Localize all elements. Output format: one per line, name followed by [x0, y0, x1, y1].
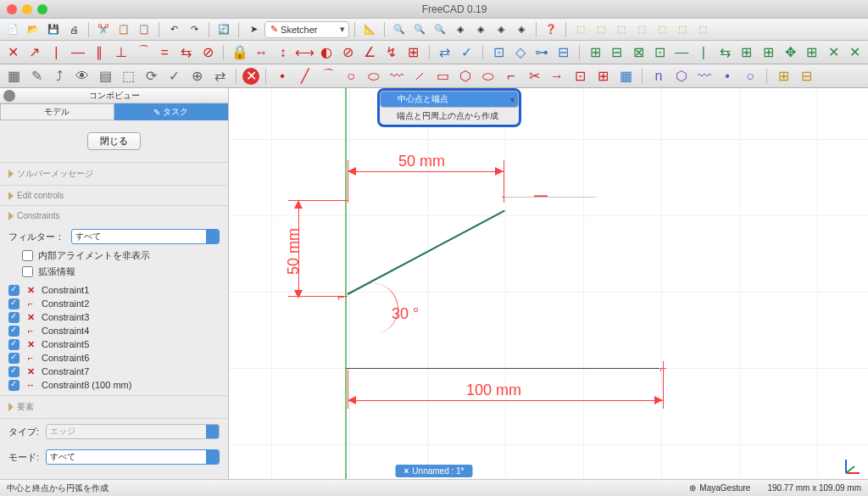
angle-constraint-icon[interactable]: ∠: [360, 42, 380, 63]
sketch-canvas[interactable]: ⌐ — 50 mm 50 mm ⌐ 100 mm 30 ° 中心点と端: [229, 88, 868, 496]
sel-associated-icon[interactable]: ⊡: [651, 42, 670, 63]
section-elements[interactable]: 要素: [0, 395, 228, 418]
mirror-sketch-icon[interactable]: ⇄: [209, 66, 230, 86]
constraint-row[interactable]: ✕Constraint1: [8, 283, 223, 297]
sel-elements-icon[interactable]: ⊞: [586, 42, 605, 63]
arc-endpoints-rim-option[interactable]: 端点と円周上の点から作成: [380, 108, 519, 125]
point-tool-icon[interactable]: •: [272, 66, 292, 86]
cube-front-icon[interactable]: ⬚: [592, 21, 610, 38]
reorient-icon[interactable]: ⟳: [141, 66, 161, 86]
cube-right-icon[interactable]: ⬚: [632, 21, 651, 38]
close-tab-icon[interactable]: ×: [404, 466, 409, 476]
view-front-icon[interactable]: ◈: [471, 21, 490, 38]
extend-tool-icon[interactable]: →: [547, 66, 567, 86]
cube-iso-icon[interactable]: ⬚: [571, 21, 590, 38]
maximize-window-icon[interactable]: [37, 4, 47, 14]
cube-back-icon[interactable]: ⬚: [653, 21, 671, 38]
rectangle-tool-icon[interactable]: ▭: [432, 66, 453, 86]
redo-icon[interactable]: ↷: [185, 21, 203, 38]
bsp-polygon-icon[interactable]: ⬡: [671, 66, 692, 86]
open-file-icon[interactable]: 📂: [24, 21, 42, 38]
close-window-icon[interactable]: [7, 4, 17, 14]
zoom-in-icon[interactable]: 🔍: [410, 21, 429, 38]
ellipse-tool-icon[interactable]: ⬭: [364, 66, 384, 86]
constraint-row[interactable]: ⌐Constraint4: [8, 324, 223, 337]
dof-icon[interactable]: ⊡: [489, 42, 509, 63]
sel-ver-axis-icon[interactable]: |: [694, 42, 714, 63]
toggle-driving-icon[interactable]: ⇄: [436, 42, 455, 63]
constraint-checkbox[interactable]: [8, 366, 19, 377]
constraint-checkbox[interactable]: [8, 285, 19, 296]
dimension-text[interactable]: 50 mm: [398, 153, 445, 170]
constraint-checkbox[interactable]: [8, 312, 19, 323]
section-edit-controls[interactable]: Edit controls: [0, 185, 228, 205]
perpendicular-constraint-icon[interactable]: ⊥: [112, 42, 131, 63]
tab-task[interactable]: ✎タスク: [114, 103, 229, 120]
dimension-text[interactable]: 100 mm: [466, 382, 521, 399]
extended-info-checkbox[interactable]: [22, 266, 33, 277]
construction-mode-icon[interactable]: ▦: [615, 66, 636, 86]
vs-toggle-icon[interactable]: ⊟: [796, 66, 816, 86]
bsp-comb-icon[interactable]: 〰: [694, 66, 715, 86]
coincident-constraint-icon[interactable]: ✕: [3, 42, 23, 63]
trim-tool-icon[interactable]: ✂: [524, 66, 544, 86]
carbon-copy-icon[interactable]: ⊞: [593, 66, 613, 86]
external-geom-icon[interactable]: ⊡: [570, 66, 590, 86]
symmetry-tool-icon[interactable]: ⇆: [715, 42, 735, 63]
clone-tool-icon[interactable]: ⊞: [737, 42, 757, 63]
print-icon[interactable]: 🖨: [64, 21, 83, 38]
minimize-window-icon[interactable]: [22, 4, 32, 14]
parallel-constraint-icon[interactable]: ∥: [90, 42, 109, 63]
new-file-icon[interactable]: 📄: [3, 21, 22, 38]
internal-align-icon[interactable]: ⊞: [403, 42, 423, 63]
panel-menu-icon[interactable]: [3, 90, 15, 102]
merge-sketch-icon[interactable]: ⊕: [186, 66, 207, 86]
cursor-icon[interactable]: ➤: [244, 21, 263, 38]
constraint-row[interactable]: ↔Constraint8 (100 mm): [8, 378, 223, 392]
polygon-tool-icon[interactable]: ⬡: [455, 66, 476, 86]
cube-left-icon[interactable]: ⬚: [693, 21, 712, 38]
slot-tool-icon[interactable]: ⬭: [478, 66, 498, 86]
constraint-checkbox[interactable]: [8, 339, 19, 350]
constraint-checkbox[interactable]: [8, 353, 19, 364]
type-select[interactable]: エッジ: [46, 424, 220, 439]
help-icon[interactable]: ❓: [542, 21, 560, 38]
bspline-tool-icon[interactable]: 〰: [387, 66, 407, 86]
line-tool-icon[interactable]: ╱: [295, 66, 315, 86]
constraint-row[interactable]: ✕Constraint7: [8, 365, 223, 378]
edit-sketch-icon[interactable]: ✎: [26, 66, 47, 86]
constraint-checkbox[interactable]: [8, 380, 19, 391]
polyline-tool-icon[interactable]: ⟋: [409, 66, 430, 86]
cube-top-icon[interactable]: ⬚: [612, 21, 631, 38]
section-constraints[interactable]: Constraints: [0, 205, 228, 226]
nav-style[interactable]: MayaGesture: [699, 483, 750, 493]
workbench-selector[interactable]: ✎ Sketcher: [264, 21, 349, 38]
point-on-object-icon[interactable]: ↗: [25, 42, 45, 63]
view-sketch-icon[interactable]: 👁: [72, 66, 92, 86]
virtual-space-icon[interactable]: ⊞: [773, 66, 793, 86]
bsp-knot-icon[interactable]: •: [717, 66, 737, 86]
constraint-checkbox[interactable]: [8, 326, 19, 337]
leave-sketch-icon[interactable]: ⤴: [49, 66, 70, 86]
mode-select[interactable]: すべて: [46, 449, 220, 465]
copy-tool-icon[interactable]: ⊞: [759, 42, 778, 63]
vertical-constraint-icon[interactable]: |: [47, 42, 66, 63]
delete-constraints-icon[interactable]: ✕: [845, 42, 865, 63]
distance-x-icon[interactable]: ↔: [252, 42, 271, 63]
close-shape-icon[interactable]: ◇: [510, 42, 530, 63]
tangent-constraint-icon[interactable]: ⌒: [133, 42, 153, 63]
sel-hor-axis-icon[interactable]: —: [672, 42, 692, 63]
distance-icon[interactable]: ⟷: [295, 42, 314, 63]
horizontal-constraint-icon[interactable]: —: [69, 42, 88, 63]
hide-internal-checkbox[interactable]: [22, 250, 33, 261]
zoom-fit-icon[interactable]: 🔍: [390, 21, 409, 38]
bsp-degree-icon[interactable]: n: [648, 66, 669, 86]
angle-text[interactable]: 30 °: [392, 305, 419, 323]
stop-op-icon[interactable]: ✕: [242, 68, 259, 85]
constraint-row[interactable]: ⌐Constraint6: [8, 351, 223, 365]
arc-center-endpoints-option[interactable]: 中心点と端点: [380, 91, 519, 108]
cut-icon[interactable]: ✂️: [94, 21, 113, 38]
bsp-weight-icon[interactable]: ○: [740, 66, 760, 86]
move-tool-icon[interactable]: ✥: [781, 42, 800, 63]
copy-icon[interactable]: 📋: [114, 21, 133, 38]
